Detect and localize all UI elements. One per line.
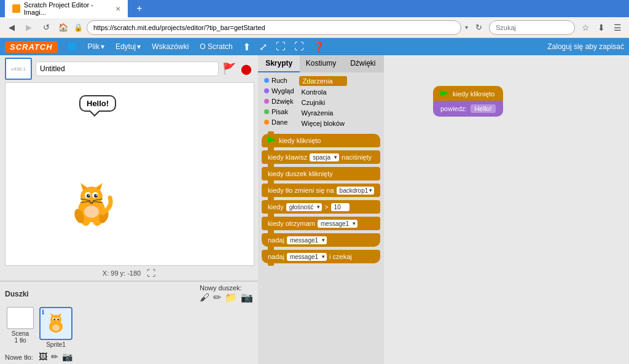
login-button[interactable]: Zaloguj się aby zapisać [547,42,624,51]
new-backdrop-section: Nowe tło: 🖼 ✏ 📷 [5,352,253,362]
block-when-backdrop-switches[interactable]: kiedy tło zmieni się na backdrop1 [262,184,380,197]
block-key-label2: naciśnięty [342,153,372,161]
tab-label: Scratch Project Editor - Imagi... [24,1,109,16]
czujniki-label: Czujniki [302,99,326,106]
about-menu-item[interactable]: O Scratch [195,41,237,53]
category-dane[interactable]: Dane [262,118,297,126]
category-ruch[interactable]: Ruch [262,76,297,85]
url-bar[interactable] [87,20,461,35]
block-key-label1: kiedy klawisz [268,153,307,161]
assembled-block-event[interactable]: kiedy kliknięto [433,86,503,102]
block-when-flag-clicked[interactable]: kiedy kliknięto [262,134,380,147]
category-zdarzenia[interactable]: Zdarzenia [299,76,347,86]
block-notch [268,263,274,266]
backdrop-edit-icon[interactable]: ✏ [51,352,58,362]
category-dzwiek[interactable]: Dźwięk [262,97,297,106]
category-kontrola[interactable]: Kontrola [299,88,347,96]
tab-close-button[interactable]: ✕ [115,6,120,12]
tab-sounds[interactable]: Dźwięki [342,55,384,72]
back-button[interactable]: ◀ [5,21,18,34]
block-when-key-pressed[interactable]: kiedy klawisz spacja naciśnięty [262,150,380,164]
key-dropdown[interactable]: spacja [310,153,339,161]
tab-favicon [12,4,20,13]
svg-point-21 [84,206,99,218]
block-when-receive[interactable]: kiedy otrzymam message1 [262,217,380,230]
tab-scripts[interactable]: Skrypty [258,55,300,72]
green-flag-button[interactable]: 🚩 [222,62,236,76]
new-tab-button[interactable]: + [133,2,146,15]
category-czujniki[interactable]: Czujniki [299,98,347,107]
broadcast-wait-dropdown[interactable]: message1 [287,253,327,261]
broadcast-dropdown[interactable]: message1 [287,236,327,244]
edit-sprite-icon[interactable]: ✏ [213,292,221,303]
block-when-sprite-clicked[interactable]: kiedy duszek kliknięty [262,167,380,180]
browser-tab[interactable]: Scratch Project Editor - Imagi... ✕ [5,0,128,18]
refresh-button[interactable]: ↻ [472,21,485,34]
ssl-icon: 🔒 [74,23,83,32]
svg-point-11 [96,195,97,196]
svg-point-8 [87,194,90,198]
category-pisak[interactable]: Pisak [262,107,297,116]
upload-sprite-icon[interactable]: 📁 [225,292,237,303]
loudness-dropdown[interactable]: głośność [286,203,322,211]
blocks-categories: Ruch Wygląd Dźwięk Pisak Dane [258,72,384,131]
block-broadcast-wait[interactable]: nadaj message1 i czekaj [262,250,380,263]
scene-label: Scena [12,330,29,337]
help-icon[interactable]: ❓ [309,39,329,55]
stop-button[interactable]: ⬤ [240,62,253,76]
stage-header: v430.1 🚩 ⬤ [0,55,258,82]
wyglad-label: Wygląd [272,87,294,95]
assembled-looks-label: powiedz: [440,105,467,112]
assembled-block-looks[interactable]: powiedz: Hello! [433,101,503,117]
tips-menu-item[interactable]: Wskazówki [147,41,193,53]
backdrop-paint-icon[interactable]: 🖼 [39,352,47,362]
file-menu-item[interactable]: Plik ▾ [83,41,109,53]
sprite1-thumbnail[interactable]: ℹ [39,307,72,340]
camera-sprite-icon[interactable]: 📷 [241,292,253,303]
backdrop-camera-icon[interactable]: 📷 [62,352,72,362]
fullscreen-stage-icon[interactable]: ⛶ [147,268,155,278]
browser-title-bar: Scratch Project Editor - Imagi... ✕ + [0,0,629,17]
reload-button[interactable]: ↺ [39,21,53,34]
compress-icon[interactable]: ⛶ [291,39,308,54]
upload-icon[interactable]: ⬆ [239,39,254,55]
dane-label: Dane [272,118,287,126]
block-notch [268,164,274,166]
search-input[interactable] [489,20,575,35]
home-button[interactable]: 🏠 [57,21,70,34]
block-receive-label: kiedy otrzymam [268,220,315,227]
download-icon[interactable]: ⬇ [595,21,608,34]
category-wyglad[interactable]: Wygląd [262,87,297,95]
project-name-input[interactable] [36,61,219,76]
dzwiek-dot [264,99,269,104]
block-broadcast-wait-label1: nadaj [268,253,284,260]
svg-point-28 [53,319,55,320]
globe-menu-item[interactable]: 🌐 [63,41,82,53]
block-loudness-label1: kiedy [268,203,284,211]
category-wyrazenia[interactable]: Wyrażenia [299,109,347,117]
wiecej-label: Więcej bloków [302,120,345,127]
paint-sprite-icon[interactable]: 🖌 [200,292,209,303]
tab-costumes[interactable]: Kostiumy [300,55,342,72]
sprite-tools: 🖌 ✏ 📁 📷 [200,292,253,303]
block-when-loudness[interactable]: kiedy głośność > 10 [262,200,380,214]
content-area: v430.1 🚩 ⬤ Hello! [0,55,629,364]
backdrop-dropdown[interactable]: backdrop1 [337,187,374,195]
fullscreen-icon[interactable]: ⤢ [256,39,271,55]
category-wiecej[interactable]: Więcej bloków [299,119,347,128]
block-broadcast[interactable]: nadaj message1 [262,233,380,247]
edit-menu-item[interactable]: Edytuj ▾ [111,41,146,53]
bookmark-icon[interactable]: ☆ [579,21,592,34]
loudness-input[interactable]: 10 [331,203,350,211]
expand-icon[interactable]: ⛶ [272,39,289,54]
kontrola-label: Kontrola [302,88,327,96]
svg-point-10 [88,195,90,196]
menu-icon[interactable]: ☰ [611,21,624,34]
block-notch [268,230,274,233]
forward-button[interactable]: ▶ [22,21,36,34]
receive-dropdown[interactable]: message1 [318,220,357,228]
dropdown-arrow-icon: ▾ [465,24,468,31]
speech-bubble: Hello! [79,95,116,112]
sprites-panel: Duszki Nowy duszek: 🖌 ✏ 📁 📷 Scena 1 [0,281,258,364]
edit-label: Edytuj [115,42,136,51]
